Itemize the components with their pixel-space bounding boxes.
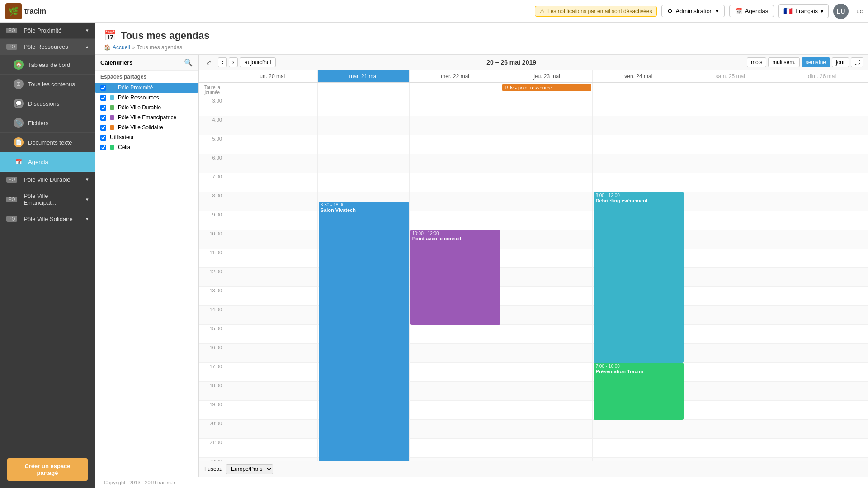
timezone-select[interactable]: Europe/Paris	[226, 464, 273, 474]
view-week-button[interactable]: semaine	[802, 57, 830, 67]
view-month-button[interactable]: mois	[747, 57, 766, 67]
prev-button[interactable]: ‹	[218, 57, 227, 67]
sidebar-item-pole-ressources[interactable]: PÔ Pôle Ressources ▴	[0, 39, 95, 55]
time-cell-5-700	[684, 173, 776, 192]
calendar-checkbox-celia[interactable]	[100, 145, 106, 150]
time-cell-3-1500	[501, 325, 593, 343]
time-row-400: 4:00	[199, 116, 868, 135]
calendar-checkbox-ressources[interactable]	[100, 95, 106, 101]
time-cell-0-1600	[226, 344, 318, 362]
time-row-1800: 18:00	[199, 382, 868, 401]
event-salon-vivatech[interactable]: 8:30 - 18:00Salon Vivatech	[319, 202, 409, 461]
time-cell-0-1400	[226, 306, 318, 324]
sidebar-label-agenda: Agenda	[28, 159, 89, 165]
breadcrumb-home[interactable]: Accueil	[113, 44, 130, 51]
calendars-panel: Calendriers 🔍 Espaces partagés Pôle Prox…	[95, 55, 199, 477]
time-cell-3-800	[501, 192, 593, 211]
calendar-checkbox-proximite[interactable]	[100, 85, 106, 91]
expand-button[interactable]: ⤢	[203, 57, 214, 67]
calendar-toolbar: ⤢ ‹ › aujourd'hui 20 – 26 mai 2019 mois …	[199, 55, 868, 70]
sidebar-item-pole-proximite[interactable]: PÔ Pôle Proximité ▾	[0, 23, 95, 39]
time-cell-0-1000	[226, 230, 318, 249]
calendar-item-pole-proximite[interactable]: Pôle Proximité	[95, 83, 198, 93]
calendar-checkbox-durable[interactable]	[100, 105, 106, 111]
time-cell-6-2000	[776, 420, 868, 438]
calendar-color-proximite	[110, 85, 114, 90]
page-header: 📅 Tous mes agendas 🏠 Accueil » Tous mes …	[95, 23, 868, 55]
po-badge-emancipat: PÔ	[6, 197, 17, 202]
search-calendar-button[interactable]: 🔍	[184, 58, 193, 67]
time-row-1500: 15:00	[199, 325, 868, 344]
time-row-700: 7:00	[199, 173, 868, 192]
calendar-item-utilisateur[interactable]: Utilisateur	[95, 132, 198, 142]
event-time-presentation-tracim: 7:00 - 16:00	[595, 364, 682, 369]
time-cell-2-500	[410, 135, 501, 154]
user-avatar[interactable]: LU	[833, 4, 849, 19]
calendar-label-emancipatrice: Pôle Ville Emancipatrice	[118, 114, 176, 121]
event-point-conseil[interactable]: 10:00 - 12:00Point avec le conseil	[410, 230, 500, 325]
sidebar-item-agenda[interactable]: 📅 Agenda	[0, 152, 95, 172]
event-time-salon-vivatech: 8:30 - 18:00	[321, 202, 407, 207]
time-label-1000: 10:00	[199, 230, 226, 249]
calendar-color-ressources	[110, 95, 114, 100]
sidebar-item-documents-texte[interactable]: 📄 Documents texte	[0, 133, 95, 152]
calendar-item-pole-ville-solidaire[interactable]: Pôle Ville Solidaire	[95, 122, 198, 132]
event-presentation-tracim[interactable]: 7:00 - 16:00Présentation Tracim	[594, 363, 684, 420]
calendar-checkbox-solidaire[interactable]	[100, 125, 106, 131]
admin-label: Administration	[675, 8, 712, 14]
calendar-item-celia[interactable]: Célia	[95, 142, 198, 152]
time-row-1000: 10:00	[199, 230, 868, 249]
chevron-down-icon-lang: ▾	[821, 8, 824, 14]
sidebar-item-pole-ville-durable[interactable]: PÔ Pôle Ville Durable ▾	[0, 172, 95, 188]
view-multiweek-button[interactable]: multisem.	[768, 57, 799, 67]
calendar-item-pole-ville-durable[interactable]: Pôle Ville Durable	[95, 103, 198, 113]
time-cell-3-2000	[501, 420, 593, 438]
sidebar-label-solidaire: Pôle Ville Solidaire	[24, 216, 81, 222]
event-title-presentation-tracim: Présentation Tracim	[595, 369, 682, 374]
app-name: tracim	[24, 7, 46, 15]
calendar-item-pole-ville-emancipatrice[interactable]: Pôle Ville Emancipatrice	[95, 113, 198, 122]
time-label-1900: 19:00	[199, 401, 226, 419]
time-cell-2-700	[410, 173, 501, 192]
sidebar-item-pole-ville-emancipat[interactable]: PÔ Pôle Ville Emancipat... ▾	[0, 188, 95, 211]
time-cell-3-1700	[501, 363, 593, 381]
view-day-button[interactable]: jour	[832, 57, 849, 67]
next-button[interactable]: ›	[229, 57, 238, 67]
time-cell-6-1800	[776, 382, 868, 400]
all-content-icon: ⊞	[14, 79, 24, 89]
event-debriefing[interactable]: 8:00 - 12:00Debriefing événement	[594, 192, 684, 363]
time-cell-6-300	[776, 97, 868, 116]
fullscreen-button[interactable]: ⛶	[851, 57, 863, 67]
time-cell-3-500	[501, 135, 593, 154]
page-footer: Copyright · 2013 - 2019 tracim.fr	[95, 477, 868, 488]
create-space-button[interactable]: Créer un espace partagé	[7, 458, 88, 481]
allday-event-rdv[interactable]: Rdv - point ressource	[502, 84, 592, 91]
day-header-fri: ven. 24 mai	[593, 70, 684, 82]
sidebar-item-fichiers[interactable]: 📎 Fichiers	[0, 113, 95, 133]
calendar-label-durable: Pôle Ville Durable	[118, 104, 161, 111]
calendar-item-pole-ressources[interactable]: Pôle Ressources	[95, 93, 198, 103]
calendar-checkbox-utilisateur[interactable]	[100, 135, 106, 141]
lang-button[interactable]: 🇫🇷 Français ▾	[778, 4, 829, 18]
chevron-icon-solidaire: ▾	[86, 216, 89, 222]
calendars-section-shared: Espaces partagés	[95, 71, 198, 83]
calendar-label-proximite: Pôle Proximité	[118, 84, 153, 91]
agendas-button[interactable]: 📅 Agendas	[729, 5, 774, 17]
calendar-checkbox-emancipatrice[interactable]	[100, 115, 106, 121]
sidebar-item-discussions[interactable]: 💬 Discussions	[0, 94, 95, 113]
time-cell-4-400	[593, 116, 684, 135]
sidebar-item-pole-ville-solidaire[interactable]: PÔ Pôle Ville Solidaire ▾	[0, 211, 95, 227]
time-cell-3-600	[501, 154, 593, 173]
sidebar-item-tableau-de-bord[interactable]: 🏠 Tableau de bord	[0, 55, 95, 75]
admin-button[interactable]: ⚙ Administration ▾	[661, 5, 724, 17]
sidebar-label-pole-proximite: Pôle Proximité	[24, 27, 81, 34]
home-icon: 🏠	[14, 60, 24, 70]
app-logo[interactable]: 🌿 tracim	[5, 3, 46, 19]
time-row-600: 6:00	[199, 154, 868, 173]
sidebar-item-tous-contenus[interactable]: ⊞ Tous les contenus	[0, 75, 95, 94]
time-cell-2-1700	[410, 363, 501, 381]
page-title: Tous mes agendas	[121, 30, 209, 42]
today-button[interactable]: aujourd'hui	[240, 57, 276, 67]
time-cell-6-1100	[776, 249, 868, 267]
chevron-icon-emancipat: ▾	[86, 197, 89, 202]
